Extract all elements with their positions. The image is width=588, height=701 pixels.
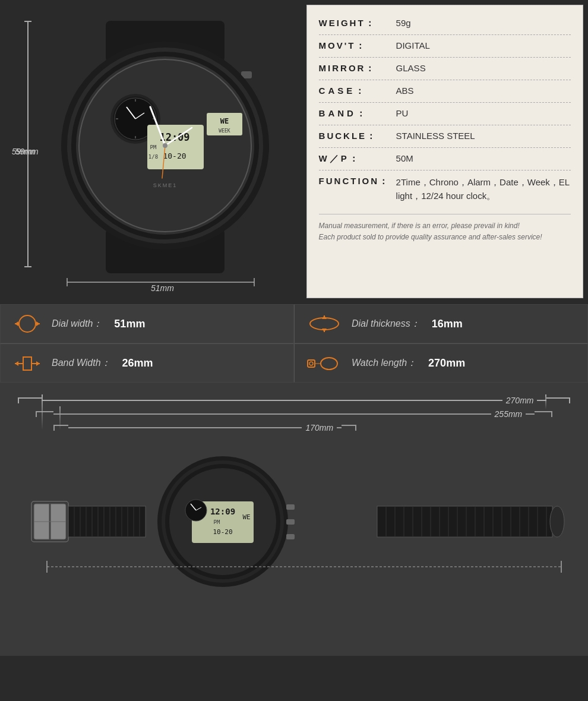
spec-label-buckle: BUCKLE： (319, 131, 396, 142)
spec-label-band: BAND： (319, 108, 396, 119)
svg-text:WEEK: WEEK (219, 128, 230, 134)
watch-height-dimension: 59mm (12, 147, 35, 156)
diagram-annotations: 270mm 255mm 170mm (18, 394, 570, 434)
spec-row-mirror: MIRROR： GLASS (319, 58, 571, 80)
spec-value-mirror: GLASS (396, 63, 571, 73)
footnote-line1: Manual measurement, if there is an error… (319, 220, 571, 232)
svg-text:PM: PM (214, 519, 220, 525)
svg-rect-82 (377, 506, 552, 537)
spec-label-weight: WEIGHT： (319, 18, 396, 29)
watch-image-area: 59mm 59mm (0, 0, 306, 303)
watch-side-svg: 12:09 PM WE 10-20 (21, 442, 567, 596)
dial-width-icon (12, 313, 42, 334)
watch-width-dimension: 51mm (151, 283, 174, 293)
svg-text:10-20: 10-20 (163, 151, 186, 160)
svg-text:12:09: 12:09 (210, 507, 235, 516)
spec-value-buckle: STAINLESS STEEL (396, 131, 571, 141)
dial-thickness-label: Dial thickness： (352, 318, 420, 330)
dial-thickness-value: 16mm (432, 318, 463, 330)
spec-footnote: Manual measurement, if there is an error… (319, 220, 571, 243)
svg-rect-79 (286, 504, 295, 510)
measurement-bars-row1: Dial width： 51mm Dial thickness： 16mm (0, 304, 588, 343)
measurement-bars-row2: Band Width： 26mm Watch length： 270mm (0, 343, 588, 383)
svg-rect-42 (23, 357, 31, 370)
dial-width-cell: Dial width： 51mm (0, 304, 294, 343)
watch-length-cell: Watch length： 270mm (294, 343, 588, 383)
spec-value-wp: 50M (396, 153, 571, 163)
dim-170-label: 170mm (302, 423, 337, 432)
bottom-diagram: 270mm 255mm 170mm (0, 383, 588, 656)
svg-point-36 (19, 315, 36, 332)
dial-width-label: Dial width： (52, 318, 102, 330)
spec-row-weight: WEIGHT： 59g (319, 12, 571, 35)
spec-row-buckle: BUCKLE： STAINLESS STEEL (319, 125, 571, 148)
specs-box: WEIGHT： 59g MOV'T： DIGITAL MIRROR： GLASS… (306, 5, 583, 298)
dial-thickness-cell: Dial thickness： 16mm (294, 304, 588, 343)
spec-row-movt: MOV'T： DIGITAL (319, 35, 571, 58)
watch-length-icon (306, 352, 342, 374)
svg-point-48 (321, 358, 337, 370)
spec-value-movt: DIGITAL (396, 40, 571, 50)
watch-diagram-svg: 12:09 PM 10-20 1/8 WE WEEK SKME1 (34, 9, 296, 288)
spec-value-case: ABS (396, 86, 571, 96)
svg-text:WE: WE (242, 513, 250, 521)
spec-label-movt: MOV'T： (319, 40, 396, 52)
dim-255-row: 255mm (18, 408, 570, 420)
svg-rect-80 (286, 519, 295, 525)
band-width-cell: Band Width： 26mm (0, 343, 294, 383)
svg-text:PM: PM (150, 144, 156, 150)
dim-270-row: 270mm (18, 394, 570, 406)
band-width-label: Band Width： (52, 357, 110, 370)
svg-point-46 (309, 362, 313, 365)
svg-point-39 (310, 318, 339, 330)
watch-length-label: Watch length： (352, 357, 416, 370)
spec-value-band: PU (396, 108, 571, 118)
svg-text:SKME1: SKME1 (153, 182, 178, 188)
svg-point-102 (550, 506, 564, 537)
svg-text:10-20: 10-20 (213, 528, 232, 536)
spec-row-function: FUNCTION： 2Time，Chrono，Alarm，Date，Week，E… (319, 170, 571, 208)
dial-thickness-icon (306, 313, 342, 334)
spec-row-band: BAND： PU (319, 103, 571, 125)
dim-170-row: 170mm (18, 422, 570, 434)
dim-270-label: 270mm (502, 396, 538, 405)
band-width-icon (12, 352, 42, 374)
svg-text:WE: WE (220, 117, 229, 125)
top-section: 59mm 59mm (0, 0, 588, 303)
svg-point-31 (163, 143, 167, 148)
spec-row-case: CASE： ABS (319, 80, 571, 103)
watch-side-diagram: 12:09 PM WE 10-20 (18, 436, 570, 602)
watch-length-value: 270mm (428, 357, 465, 370)
footnote-line2: Each product sold to provide quality ass… (319, 232, 571, 243)
spec-label-case: CASE： (319, 86, 396, 97)
dial-width-value: 51mm (114, 318, 145, 330)
svg-text:1/8: 1/8 (148, 154, 158, 160)
spec-label-wp: W／P： (319, 153, 396, 165)
spec-value-weight: 59g (396, 18, 571, 28)
spec-label-mirror: MIRROR： (319, 63, 396, 74)
svg-rect-81 (286, 534, 295, 539)
spec-label-function: FUNCTION： (319, 176, 396, 187)
spec-row-wp: W／P： 50M (319, 148, 571, 170)
svg-rect-45 (308, 360, 315, 367)
spec-separator (319, 214, 571, 214)
band-width-value: 26mm (122, 357, 153, 370)
spec-value-function: 2Time，Chrono，Alarm，Date，Week，EL light，12… (396, 176, 571, 203)
dim-255-label: 255mm (491, 409, 526, 419)
